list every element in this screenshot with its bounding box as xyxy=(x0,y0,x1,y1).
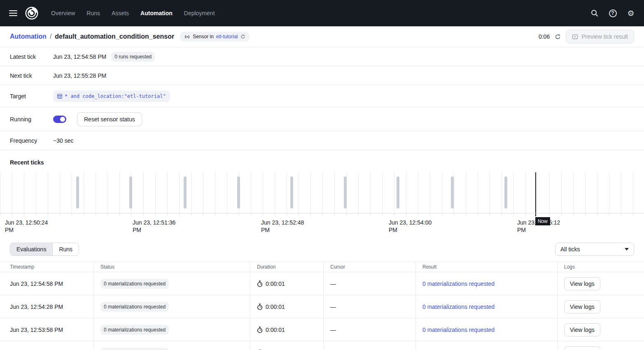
top-nav: Overview Runs Assets Automation Deployme… xyxy=(0,0,644,26)
table-header-row: Timestamp Status Duration Cursor Result … xyxy=(0,262,644,272)
preview-icon xyxy=(572,34,578,40)
nav-item-runs[interactable]: Runs xyxy=(86,10,100,16)
result-link[interactable]: 0 materializations requested xyxy=(422,327,495,333)
sensor-location-badge: Sensor in etl-tutorial xyxy=(180,32,249,42)
view-logs-button[interactable]: View logs xyxy=(564,300,600,313)
frequency-row: Frequency ~30 sec xyxy=(0,131,644,150)
cell-timestamp: Jun 23, 12:53:28 PM xyxy=(0,341,94,350)
sensor-badge-text: Sensor in xyxy=(193,34,214,39)
search-icon[interactable] xyxy=(588,7,601,20)
latest-tick-value: Jun 23, 12:54:58 PM xyxy=(53,53,106,60)
table-icon xyxy=(57,94,62,99)
sensor-code-location-link[interactable]: etl-tutorial xyxy=(216,34,238,39)
main-nav: Overview Runs Assets Automation Deployme… xyxy=(51,10,215,16)
stopwatch-icon xyxy=(257,280,263,287)
axis-label: Jun 23, 12:51:36 PM xyxy=(133,219,179,234)
page-header: Automation / default_automation_conditio… xyxy=(0,26,644,47)
refresh-icon[interactable] xyxy=(240,34,245,39)
latest-tick-row: Latest tick Jun 23, 12:54:58 PM 0 runs r… xyxy=(0,47,644,66)
next-tick-row: Next tick Jun 23, 12:55:28 PM xyxy=(0,66,644,85)
tick-mark[interactable] xyxy=(237,176,240,209)
view-segmented-control: Evaluations Runs xyxy=(10,243,79,256)
result-link[interactable]: 0 materializations requested xyxy=(422,280,495,287)
page-title: default_automation_condition_sensor xyxy=(55,33,174,40)
dagster-logo-icon[interactable] xyxy=(25,6,40,21)
cell-duration: 0:00:01 xyxy=(266,327,285,333)
nav-item-overview[interactable]: Overview xyxy=(51,10,75,16)
next-tick-label: Next tick xyxy=(10,72,53,79)
col-header-duration: Duration xyxy=(250,262,324,272)
status-badge: 0 materializations requested xyxy=(100,325,169,335)
col-header-result: Result xyxy=(416,262,558,272)
cell-cursor: — xyxy=(324,318,416,341)
running-label: Running xyxy=(10,116,53,123)
refresh-countdown: 0:06 xyxy=(539,33,550,40)
tick-filter-dropdown[interactable]: All ticks xyxy=(555,243,634,256)
view-logs-button[interactable]: View logs xyxy=(564,323,600,336)
tick-mark[interactable] xyxy=(397,176,399,209)
table-row: Jun 23, 12:54:28 PM 0 materializations r… xyxy=(0,295,644,318)
hamburger-menu-icon[interactable] xyxy=(7,6,21,21)
col-header-cursor: Cursor xyxy=(324,262,416,272)
tick-mark[interactable] xyxy=(184,176,187,209)
evaluations-table: Timestamp Status Duration Cursor Result … xyxy=(0,262,644,350)
sensor-icon xyxy=(184,34,190,39)
tick-mark[interactable] xyxy=(76,176,79,209)
help-icon[interactable]: ? xyxy=(606,7,619,20)
running-toggle[interactable] xyxy=(53,116,66,123)
tick-timeline-axis: Jun 23, 12:50:24 PM Jun 23, 12:51:36 PM … xyxy=(0,216,644,240)
tick-mark[interactable] xyxy=(290,176,293,209)
tick-mark[interactable] xyxy=(344,176,347,209)
tick-timeline xyxy=(0,172,644,216)
latest-tick-label: Latest tick xyxy=(10,53,53,60)
nav-item-assets[interactable]: Assets xyxy=(112,10,129,16)
cell-timestamp: Jun 23, 12:54:28 PM xyxy=(0,295,94,318)
now-marker-line xyxy=(535,172,536,216)
cell-cursor: — xyxy=(324,341,416,350)
nav-item-automation[interactable]: Automation xyxy=(140,10,173,16)
cell-timestamp: Jun 23, 12:53:58 PM xyxy=(0,318,94,341)
cell-timestamp: Jun 23, 12:54:58 PM xyxy=(0,272,94,295)
target-selector-text: * and code_location:"etl-tutorial" xyxy=(65,93,166,99)
runs-requested-badge: 0 runs requested xyxy=(111,52,155,62)
col-header-status: Status xyxy=(94,262,250,272)
now-marker-badge: Now xyxy=(535,217,550,225)
next-tick-value: Jun 23, 12:55:28 PM xyxy=(53,72,106,79)
reset-sensor-status-button[interactable]: Reset sensor status xyxy=(77,112,142,126)
view-logs-button[interactable]: View logs xyxy=(564,277,600,290)
running-row: Running Reset sensor status xyxy=(0,107,644,131)
view-logs-button[interactable]: View logs xyxy=(564,346,600,350)
table-row: Jun 23, 12:54:58 PM 0 materializations r… xyxy=(0,272,644,295)
cell-cursor: — xyxy=(324,272,416,295)
preview-tick-result-button[interactable]: Preview tick result xyxy=(566,30,634,44)
target-label: Target xyxy=(10,93,53,100)
chevron-down-icon xyxy=(625,248,629,250)
tab-evaluations[interactable]: Evaluations xyxy=(10,243,53,255)
cell-cursor: — xyxy=(324,295,416,318)
breadcrumb-automation-link[interactable]: Automation xyxy=(10,33,47,40)
col-header-logs: Logs xyxy=(558,262,644,272)
settings-gear-icon[interactable]: ⚙ xyxy=(624,7,637,20)
nav-item-deployment[interactable]: Deployment xyxy=(184,10,215,16)
stopwatch-icon xyxy=(257,327,263,333)
axis-label: Jun 23, 12:54:00 PM xyxy=(389,219,435,234)
target-selector-chip[interactable]: * and code_location:"etl-tutorial" xyxy=(53,90,170,102)
tick-mark[interactable] xyxy=(504,176,507,209)
col-header-timestamp: Timestamp xyxy=(0,262,94,272)
breadcrumb-separator: / xyxy=(50,33,51,40)
tick-mark[interactable] xyxy=(129,176,132,209)
table-row: Jun 23, 12:53:58 PM 0 materializations r… xyxy=(0,318,644,341)
result-link[interactable]: 0 materializations requested xyxy=(422,304,495,310)
tick-mark[interactable] xyxy=(451,176,454,209)
table-row: Jun 23, 12:53:28 PM 0 materializations r… xyxy=(0,341,644,350)
axis-label: Jun 23, 12:52:48 PM xyxy=(261,219,307,234)
tab-runs[interactable]: Runs xyxy=(53,243,79,255)
tick-filter-value: All ticks xyxy=(560,246,580,253)
axis-label: Jun 23, 12:50:24 PM xyxy=(5,219,51,234)
frequency-label: Frequency xyxy=(10,137,53,144)
frequency-value: ~30 sec xyxy=(53,137,73,144)
recent-ticks-heading: Recent ticks xyxy=(0,150,644,172)
cell-duration: 0:00:01 xyxy=(266,304,285,310)
stopwatch-icon xyxy=(257,304,263,310)
refresh-icon[interactable] xyxy=(555,34,561,40)
